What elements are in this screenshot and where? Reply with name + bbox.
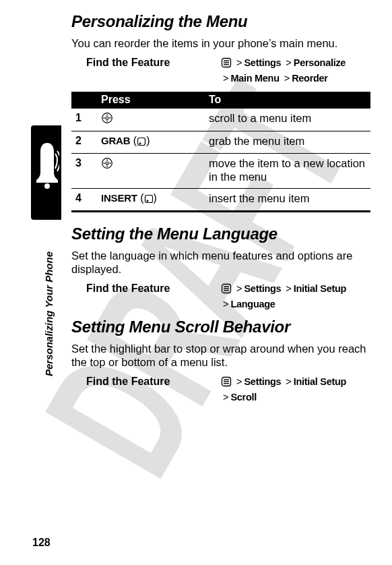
sep: > [282,73,292,84]
sep: > [234,283,244,294]
table-row: 1 scroll to a menu item [71,109,370,131]
col-press: Press [97,92,205,109]
path-initialsetup: Initial Setup [294,283,346,294]
to-cell: move the item to a new location in the m… [205,154,370,189]
path-settings: Settings [244,283,282,294]
table-row: 2 GRAB ( ) grab the menu item [71,131,370,154]
sep: > [284,283,293,294]
steps-table: Press To 1 scroll to a menu item 2 [71,92,370,212]
body-scroll-behavior: Set the highlight bar to stop or wrap ar… [71,342,370,369]
svg-rect-7 [138,138,145,146]
menu-key-icon [221,57,232,72]
menu-key-icon [221,283,232,298]
row-num: 2 [71,131,97,154]
press-cell [97,154,205,189]
svg-point-10 [106,162,108,165]
svg-rect-16 [224,290,229,291]
soft-left-key-icon [137,137,146,149]
to-cell: grab the menu item [205,131,370,154]
find-the-feature-2: Find the Feature >Settings >Initial Setu… [71,282,370,311]
row-num: 1 [71,109,97,131]
path-language: Language [230,299,275,309]
to-cell: scroll to a menu item [205,109,370,131]
ftf-path-2: >Settings >Initial Setup >Language [221,282,370,311]
margin-tab [31,125,61,220]
ftf-label: Find the Feature [71,376,221,388]
side-section-label: Personalizing Your Phone [43,251,55,376]
soft-left-key-icon [144,194,154,206]
svg-rect-19 [224,382,229,382]
press-cell: GRAB ( ) [97,131,205,154]
press-label: INSERT [101,192,137,204]
sep: > [221,299,230,309]
ftf-path-1: >Settings >Personalize >Main Menu >Reord… [221,57,370,85]
table-row: 4 INSERT ( ) insert the menu item [71,188,370,211]
svg-rect-20 [224,384,229,384]
heading-personalize-menu: Personalizing the Menu [71,12,370,31]
to-cell: insert the menu item [205,188,370,211]
col-num [71,92,97,109]
sep: > [234,57,244,68]
ftf-label: Find the Feature [71,282,221,295]
body-personalize-menu: You can reorder the items in your phone’… [71,36,370,50]
body-menu-language: Set the language in which menu features … [71,249,370,276]
sep: > [221,73,230,84]
find-the-feature-1: Find the Feature >Settings >Personalize … [71,57,370,85]
press-cell [97,109,205,131]
path-settings: Settings [244,57,282,68]
path-reorder: Reorder [292,73,328,84]
svg-rect-18 [224,380,229,380]
heading-menu-language: Setting the Menu Language [71,225,370,243]
main-content: Personalizing the Menu You can reorder t… [71,12,370,411]
svg-point-6 [106,117,108,119]
ftf-path-3: >Settings >Initial Setup >Scroll [221,376,370,404]
sep: > [284,57,293,68]
path-settings: Settings [244,376,282,387]
svg-rect-2 [224,61,229,61]
path-initialsetup: Initial Setup [294,376,346,387]
path-mainmenu: Main Menu [230,73,279,84]
press-cell: INSERT ( ) [97,188,205,211]
sep: > [234,376,244,387]
svg-rect-3 [224,62,229,63]
sep: > [221,392,230,403]
table-row: 3 move the item to a new location in the… [71,154,370,189]
svg-rect-11 [145,195,152,202]
svg-point-8 [139,143,141,145]
sep: > [284,376,293,387]
row-num: 3 [71,154,97,189]
svg-point-12 [146,200,148,202]
svg-rect-4 [224,64,229,65]
nav-key-icon [101,157,113,172]
row-num: 4 [71,188,97,211]
press-label: GRAB [101,135,130,146]
menu-key-icon [221,376,232,391]
path-scroll: Scroll [230,392,257,403]
page-number: 128 [32,537,51,549]
page: DRAFT Personalizing Your Phone Personali… [0,0,392,565]
nav-key-icon [101,112,113,127]
ftf-label: Find the Feature [71,57,221,69]
heading-scroll-behavior: Setting Menu Scroll Behavior [71,318,370,336]
svg-rect-15 [224,288,229,289]
col-to: To [205,92,370,109]
svg-rect-14 [224,287,229,287]
find-the-feature-3: Find the Feature >Settings >Initial Setu… [71,376,370,404]
path-personalize: Personalize [294,57,346,68]
